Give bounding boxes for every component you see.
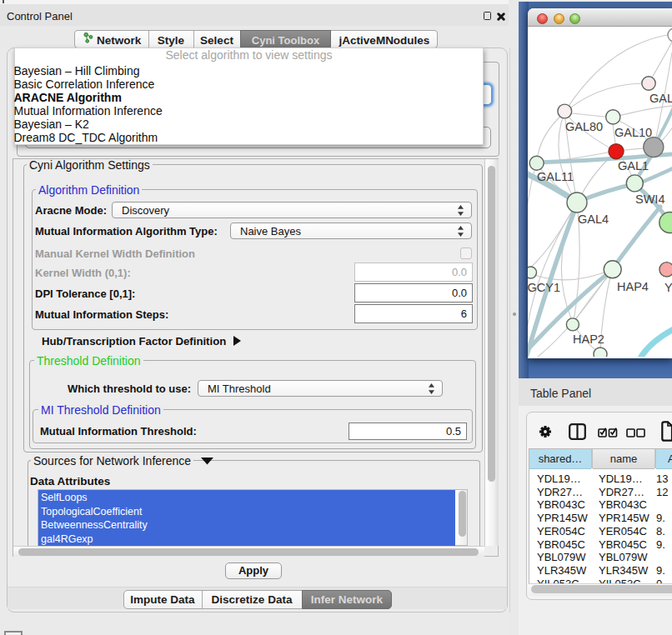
svg-text:GAL11: GAL11 bbox=[537, 170, 574, 183]
svg-text:GAL: GAL bbox=[649, 92, 672, 105]
svg-text:GAL80: GAL80 bbox=[565, 120, 603, 133]
svg-text:GAL10: GAL10 bbox=[614, 126, 652, 139]
svg-text:SWI4: SWI4 bbox=[635, 192, 664, 206]
svg-text:GAL1: GAL1 bbox=[618, 159, 649, 172]
svg-text:GCY1: GCY1 bbox=[528, 281, 560, 294]
svg-text:GAL4: GAL4 bbox=[578, 212, 609, 226]
svg-text:Y: Y bbox=[664, 281, 672, 294]
svg-text:HAP4: HAP4 bbox=[617, 280, 649, 293]
svg-text:HAP2: HAP2 bbox=[573, 332, 604, 346]
